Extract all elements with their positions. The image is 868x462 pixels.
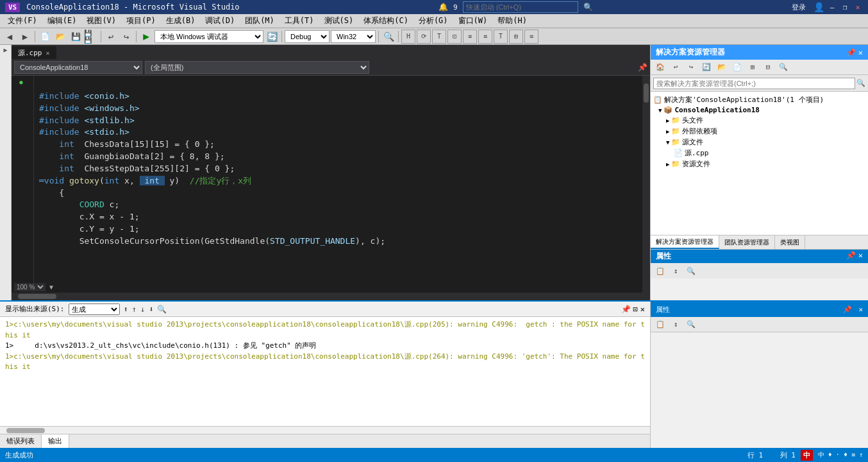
tab-close-btn[interactable]: ✕ <box>46 49 50 56</box>
se-btn-1[interactable]: 🏠 <box>653 60 667 74</box>
solution-root[interactable]: 📋 解决方案'ConsoleApplication18'(1 个项目) <box>651 94 868 105</box>
se-btn-2[interactable]: ↩ <box>669 60 683 74</box>
toolbar-btn-e[interactable]: ≡ <box>463 30 477 44</box>
toolbar-save-btn[interactable]: 💾 <box>69 30 83 44</box>
login-text[interactable]: 登录 <box>792 3 806 12</box>
output-btn-1[interactable]: ⬆ <box>124 305 128 314</box>
restore-btn[interactable]: ❐ <box>840 2 850 12</box>
toolbar-undo-btn[interactable]: ↩ <box>104 30 118 44</box>
prop-close-btn[interactable]: ✕ <box>858 251 863 262</box>
output-close-btn[interactable]: ✕ <box>640 305 645 314</box>
se-pin-btn[interactable]: 📌 <box>846 48 856 57</box>
project-node[interactable]: ▼ 📦 ConsoleApplication18 <box>651 105 868 115</box>
toolbar-fwd-btn[interactable]: ▶ <box>18 30 32 44</box>
output-btn-3[interactable]: ↓ <box>140 305 145 314</box>
menu-analyze[interactable]: 分析(G) <box>413 14 453 28</box>
se-btn-5[interactable]: 📂 <box>715 60 729 74</box>
resfiles-node[interactable]: ▶ 📁 资源文件 <box>651 158 868 169</box>
code-editor[interactable]: ● #include <conio.h> #include <windows.h… <box>12 76 650 300</box>
source-cpp-tab[interactable]: 源.cpp ✕ <box>12 46 57 59</box>
prop2-btn-1[interactable]: 📋 <box>653 318 667 332</box>
menu-window[interactable]: 窗口(W) <box>453 14 493 28</box>
minimize-btn[interactable]: — <box>827 2 837 12</box>
se-btn-6[interactable]: 📄 <box>730 60 744 74</box>
toolbar-btn-d[interactable]: ⊡ <box>447 30 462 44</box>
editor-vscrollbar[interactable] <box>642 76 650 293</box>
toolbar-open-btn[interactable]: 📂 <box>53 30 67 44</box>
out-tab-errors[interactable]: 错误列表 <box>0 434 42 448</box>
se-tab-solution[interactable]: 解决方案资源管理器 <box>651 235 719 249</box>
toolbar-search-btn[interactable]: 🔍 <box>381 30 396 44</box>
se-tab-class[interactable]: 类视图 <box>775 235 805 249</box>
platform-dropdown[interactable]: Win32 <box>331 30 376 43</box>
zoom-select[interactable]: 100 % <box>14 283 46 291</box>
pin-icon[interactable]: 📌 <box>638 63 647 72</box>
se-tab-team[interactable]: 团队资源管理器 <box>719 235 775 249</box>
toolbar-btn-g[interactable]: T <box>494 30 508 44</box>
close-btn[interactable]: ✕ <box>853 2 863 12</box>
out-tab-output[interactable]: 输出 <box>42 434 69 448</box>
prop2-btn-3[interactable]: 🔍 <box>684 318 698 332</box>
extdeps-node[interactable]: ▶ 📁 外部依赖项 <box>651 126 868 137</box>
se-search-input[interactable] <box>653 78 855 89</box>
toolbar-run-btn[interactable]: ▶ <box>139 30 153 44</box>
output-hscroll-thumb[interactable] <box>6 428 45 433</box>
menu-view[interactable]: 视图(V) <box>81 14 121 28</box>
prop-btn-3[interactable]: 🔍 <box>684 264 698 278</box>
person-icon[interactable]: 👤 <box>814 2 824 12</box>
menu-project[interactable]: 项目(P) <box>121 14 161 28</box>
se-btn-4[interactable]: 🔄 <box>699 60 714 74</box>
toolbar-btn-a[interactable]: H <box>401 30 415 44</box>
menu-arch[interactable]: 体系结构(C) <box>358 14 413 28</box>
se-btn-9[interactable]: 🔍 <box>776 60 790 74</box>
menu-file[interactable]: 文件(F) <box>3 14 42 28</box>
notification-icon[interactable]: 🔔 <box>438 3 448 12</box>
output-maxrestore-btn[interactable]: ⊡ <box>633 305 638 314</box>
menu-build[interactable]: 生成(B) <box>161 14 201 28</box>
toolbar-btn-h[interactable]: ⊞ <box>509 30 523 44</box>
toolbar-btn-c[interactable]: T <box>432 30 446 44</box>
debug-config-dropdown[interactable]: Debug <box>285 30 330 43</box>
menu-help[interactable]: 帮助(H) <box>492 14 532 28</box>
prop-btn-2[interactable]: ↕ <box>669 264 683 278</box>
toolbar-btn-f[interactable]: ≡ <box>478 30 492 44</box>
toolbar-back-btn[interactable]: ◀ <box>3 30 17 44</box>
prop2-btn-2[interactable]: ↕ <box>669 318 683 332</box>
se-close-btn[interactable]: ✕ <box>858 48 863 57</box>
sourcefiles-node[interactable]: ▼ 📁 源文件 <box>651 137 868 148</box>
se-btn-8[interactable]: ⊟ <box>761 60 775 74</box>
se-btn-7[interactable]: ⊞ <box>746 60 760 74</box>
code-content[interactable]: #include <conio.h> #include <windows.h> … <box>34 76 642 293</box>
run-config-dropdown[interactable]: 本地 Windows 调试器 <box>154 30 263 43</box>
toolbar-btn-i[interactable]: ≡ <box>524 30 538 44</box>
output-pin-btn[interactable]: 📌 <box>621 305 631 314</box>
menu-edit[interactable]: 编辑(E) <box>42 14 82 28</box>
scope-dropdown[interactable]: (全局范围) <box>145 61 369 74</box>
menu-debug[interactable]: 调试(D) <box>200 14 240 28</box>
menu-tools[interactable]: 工具(T) <box>280 14 319 28</box>
sidebar-icon-1[interactable]: ◀ <box>2 47 9 55</box>
menu-test[interactable]: 测试(S) <box>319 14 359 28</box>
output-source-select[interactable]: 生成 <box>69 304 120 315</box>
toolbar-new-btn[interactable]: 📄 <box>38 30 52 44</box>
headers-node[interactable]: ▶ 📁 头文件 <box>651 115 868 126</box>
toolbar-refresh-btn[interactable]: 🔄 <box>265 30 279 44</box>
output-btn-5[interactable]: 🔍 <box>157 305 167 314</box>
attr-pin-btn[interactable]: 📌 <box>843 305 852 314</box>
prop-pin-btn[interactable]: 📌 <box>846 251 856 262</box>
attr-close-btn[interactable]: ✕ <box>858 305 863 314</box>
hscroll-thumb[interactable] <box>18 294 56 299</box>
toolbar-btn-b[interactable]: ⟳ <box>417 30 431 44</box>
quick-search-input[interactable] <box>463 1 578 13</box>
sourcecpp-node[interactable]: 📄 源.cpp <box>651 148 868 158</box>
vscroll-thumb[interactable] <box>644 83 649 103</box>
editor-hscrollbar[interactable] <box>12 293 650 300</box>
toolbar-redo-btn[interactable]: ↪ <box>119 30 133 44</box>
output-hscrollbar[interactable] <box>0 426 650 434</box>
output-btn-4[interactable]: ⬇ <box>149 305 153 314</box>
prop-btn-1[interactable]: 📋 <box>653 264 667 278</box>
output-btn-2[interactable]: ↑ <box>132 305 137 314</box>
se-btn-3[interactable]: ↪ <box>684 60 698 74</box>
menu-team[interactable]: 团队(M) <box>240 14 280 28</box>
toolbar-saveall-btn[interactable]: 💾💾 <box>84 30 98 44</box>
